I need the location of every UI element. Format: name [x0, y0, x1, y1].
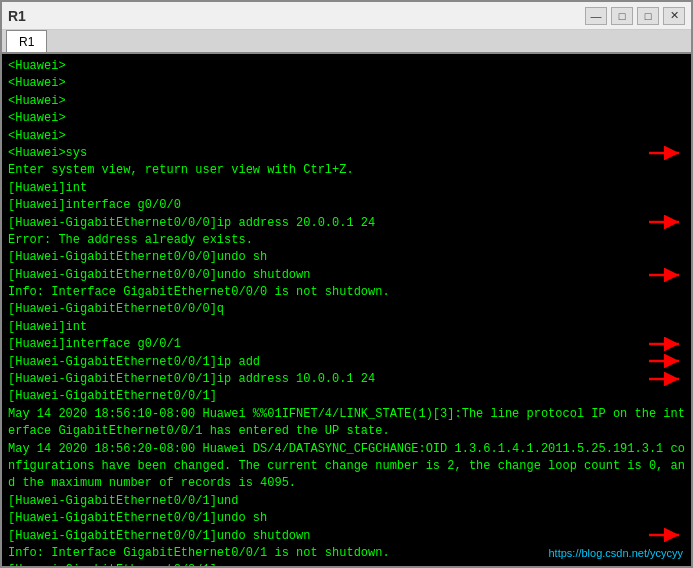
minimize-button[interactable]: — — [585, 7, 607, 25]
terminal-line: May 14 2020 18:56:20-08:00 Huawei DS/4/D… — [8, 441, 685, 493]
terminal-line: <Huawei> — [8, 110, 685, 127]
terminal-line: [Huawei-GigabitEthernet0/0/1] — [8, 562, 685, 566]
main-window: R1 — □ □ ✕ R1 <Huawei><Huawei><Huawei><H… — [0, 0, 693, 568]
line-text: May 14 2020 18:56:10-08:00 Huawei %%01IF… — [8, 406, 685, 441]
line-text: <Huawei> — [8, 75, 685, 92]
terminal-line: <Huawei> — [8, 75, 685, 92]
tab-bar: R1 — [2, 30, 691, 54]
line-text: [Huawei-GigabitEthernet0/0/0]undo shutdo… — [8, 267, 643, 284]
terminal-line: [Huawei-GigabitEthernet0/0/1]undo shutdo… — [8, 528, 685, 545]
close-button[interactable]: ✕ — [663, 7, 685, 25]
line-text: [Huawei-GigabitEthernet0/0/1]und — [8, 493, 685, 510]
line-text: [Huawei-GigabitEthernet0/0/1]ip add — [8, 354, 643, 371]
terminal-line: <Huawei> — [8, 93, 685, 110]
terminal-line: Info: Interface GigabitEthernet0/0/0 is … — [8, 284, 685, 301]
terminal-line: [Huawei-GigabitEthernet0/0/1]ip add — [8, 354, 685, 371]
terminal-line: [Huawei-GigabitEthernet0/0/1] — [8, 388, 685, 405]
line-text: <Huawei> — [8, 128, 685, 145]
line-text: <Huawei> — [8, 58, 685, 75]
red-arrow-icon — [643, 528, 685, 545]
terminal-line: [Huawei-GigabitEthernet0/0/0]ip address … — [8, 215, 685, 232]
terminal-line: May 14 2020 18:56:10-08:00 Huawei %%01IF… — [8, 406, 685, 441]
terminal-line: [Huawei]int — [8, 180, 685, 197]
terminal[interactable]: <Huawei><Huawei><Huawei><Huawei><Huawei>… — [2, 54, 691, 566]
line-text: [Huawei-GigabitEthernet0/0/1]ip address … — [8, 371, 643, 388]
terminal-line: [Huawei-GigabitEthernet0/0/0]q — [8, 301, 685, 318]
terminal-line: Enter system view, return user view with… — [8, 162, 685, 179]
title-bar: R1 — □ □ ✕ — [2, 2, 691, 30]
terminal-line: <Huawei> — [8, 128, 685, 145]
watermark: https://blog.csdn.net/ycycyy — [548, 546, 683, 562]
terminal-line: [Huawei-GigabitEthernet0/0/1]und — [8, 493, 685, 510]
red-arrow-icon — [643, 371, 685, 388]
red-arrow-icon — [643, 354, 685, 371]
terminal-line: [Huawei]interface g0/0/0 — [8, 197, 685, 214]
terminal-line: [Huawei-GigabitEthernet0/0/1]ip address … — [8, 371, 685, 388]
red-arrow-icon — [643, 267, 685, 284]
line-text: [Huawei-GigabitEthernet0/0/0]q — [8, 301, 685, 318]
terminal-line: <Huawei>sys — [8, 145, 685, 162]
title-bar-controls: — □ □ ✕ — [585, 7, 685, 25]
line-text: [Huawei]interface g0/0/1 — [8, 336, 643, 353]
terminal-line: [Huawei-GigabitEthernet0/0/1]undo sh — [8, 510, 685, 527]
line-text: [Huawei-GigabitEthernet0/0/1]undo sh — [8, 510, 685, 527]
app-icon: R1 — [8, 8, 26, 24]
line-text: <Huawei> — [8, 110, 685, 127]
line-text: [Huawei-GigabitEthernet0/0/1] — [8, 388, 685, 405]
tab-r1[interactable]: R1 — [6, 30, 47, 52]
restore-button[interactable]: □ — [611, 7, 633, 25]
terminal-line: [Huawei]int — [8, 319, 685, 336]
line-text: [Huawei-GigabitEthernet0/0/1] — [8, 562, 685, 566]
terminal-line: Error: The address already exists. — [8, 232, 685, 249]
terminal-container: <Huawei><Huawei><Huawei><Huawei><Huawei>… — [2, 54, 691, 566]
line-text: Error: The address already exists. — [8, 232, 685, 249]
terminal-line: [Huawei]interface g0/0/1 — [8, 336, 685, 353]
line-text: [Huawei-GigabitEthernet0/0/0]undo sh — [8, 249, 685, 266]
line-text: <Huawei>sys — [8, 145, 643, 162]
terminal-line: <Huawei> — [8, 58, 685, 75]
terminal-line: [Huawei-GigabitEthernet0/0/0]undo shutdo… — [8, 267, 685, 284]
line-text: [Huawei]int — [8, 319, 685, 336]
line-text: [Huawei-GigabitEthernet0/0/0]ip address … — [8, 215, 643, 232]
line-text: [Huawei]int — [8, 180, 685, 197]
red-arrow-icon — [643, 145, 685, 162]
red-arrow-icon — [643, 336, 685, 353]
red-arrow-icon — [643, 215, 685, 232]
line-text: <Huawei> — [8, 93, 685, 110]
line-text: [Huawei]interface g0/0/0 — [8, 197, 685, 214]
terminal-line: [Huawei-GigabitEthernet0/0/0]undo sh — [8, 249, 685, 266]
line-text: [Huawei-GigabitEthernet0/0/1]undo shutdo… — [8, 528, 643, 545]
line-text: May 14 2020 18:56:20-08:00 Huawei DS/4/D… — [8, 441, 685, 493]
title-bar-left: R1 — [8, 8, 26, 24]
maximize-button[interactable]: □ — [637, 7, 659, 25]
line-text: Info: Interface GigabitEthernet0/0/0 is … — [8, 284, 685, 301]
line-text: Enter system view, return user view with… — [8, 162, 685, 179]
